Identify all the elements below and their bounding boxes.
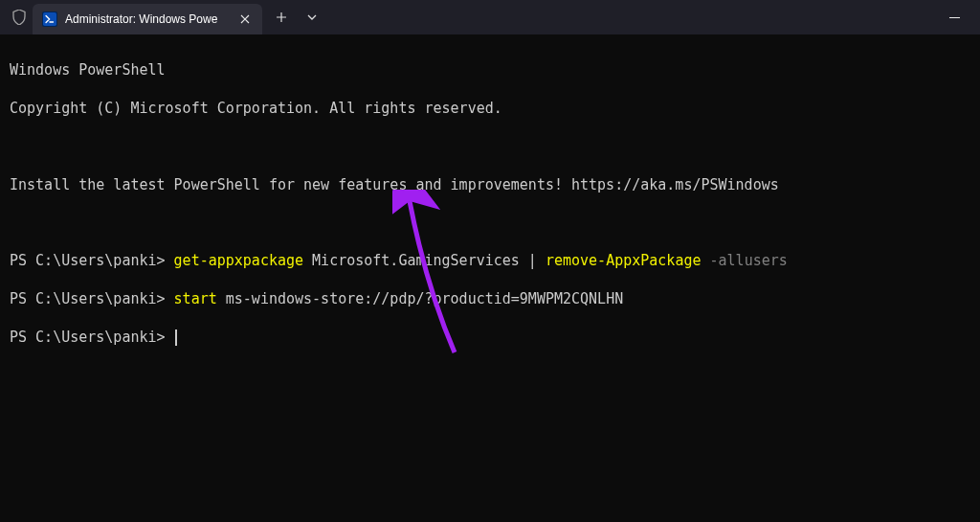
terminal-line: Windows PowerShell: [10, 61, 970, 80]
powershell-icon: [42, 11, 57, 27]
terminal-line: PS C:\Users\panki> start ms-windows-stor…: [10, 290, 970, 309]
cmdlet: remove-AppxPackage: [546, 252, 702, 269]
cmdlet: start: [174, 290, 217, 307]
terminal-line: PS C:\Users\panki> get-appxpackage Micro…: [10, 252, 970, 271]
tab-dropdown-button[interactable]: [297, 2, 327, 33]
cmdlet: get-appxpackage: [174, 252, 303, 269]
titlebar: Administrator: Windows Powe: [0, 0, 980, 34]
active-tab[interactable]: Administrator: Windows Powe: [33, 4, 262, 34]
ps-prompt: PS C:\Users\panki>: [10, 329, 174, 346]
terminal-line: [10, 138, 970, 157]
svg-rect-1: [949, 17, 960, 18]
terminal-line: Copyright (C) Microsoft Corporation. All…: [10, 100, 970, 119]
close-tab-button[interactable]: [237, 11, 253, 27]
cmd-arg: Microsoft.GamingServices |: [303, 252, 546, 269]
ps-prompt: PS C:\Users\panki>: [10, 290, 174, 307]
new-tab-button[interactable]: [266, 2, 297, 33]
shield-icon: [10, 8, 29, 27]
tab-title: Administrator: Windows Powe: [65, 12, 230, 26]
cmd-arg: ms-windows-store://pdp/?productid=9MWPM2…: [217, 290, 623, 307]
terminal-output[interactable]: Windows PowerShell Copyright (C) Microso…: [0, 34, 980, 374]
terminal-line: PS C:\Users\panki>: [10, 329, 970, 348]
cursor: [175, 329, 177, 346]
ps-prompt: PS C:\Users\panki>: [10, 252, 174, 269]
terminal-line: [10, 214, 970, 233]
terminal-line: Install the latest PowerShell for new fe…: [10, 176, 970, 195]
window-controls: [932, 0, 976, 34]
cmd-param: -allusers: [702, 252, 788, 269]
minimize-button[interactable]: [932, 0, 976, 34]
